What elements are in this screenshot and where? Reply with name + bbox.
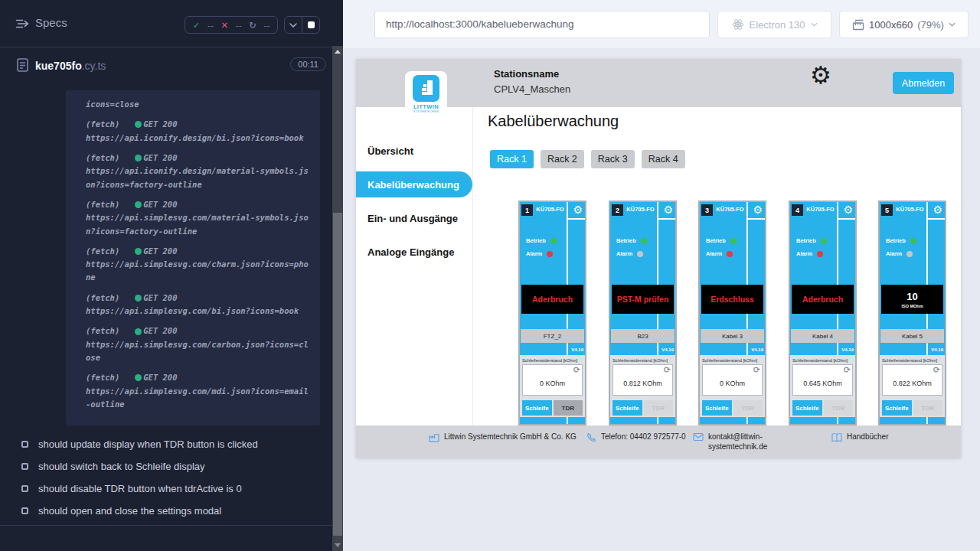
spec-file-row[interactable]: kue705fo.cy.ts 00:11 (0, 55, 343, 83)
log-entry: (fetch) GET 200 https://api.simplesvg.co… (86, 198, 312, 238)
divider (928, 218, 945, 220)
test-stats[interactable]: ✓ -- ✕ -- ↻ -- (185, 16, 278, 34)
divider (0, 525, 332, 526)
card-settings-gear-icon[interactable]: ⚙ (573, 202, 583, 217)
refresh-icon[interactable]: ⟳ (844, 365, 851, 375)
runner-scrollbar[interactable] (332, 46, 343, 551)
alarm-label: Alarm (526, 250, 542, 257)
firmware-version: V4.19 (571, 347, 583, 352)
test-item[interactable]: should switch back to Schleife display (0, 455, 332, 478)
run-controls (284, 16, 320, 34)
footer-email[interactable]: kontakt@littwin-systemtechnik.de (693, 432, 785, 452)
spec-file-icon (17, 58, 28, 75)
card-settings-gear-icon[interactable]: ⚙ (933, 202, 942, 217)
ruler-icon (852, 19, 864, 31)
rack-tab[interactable]: Rack 1 (490, 150, 534, 168)
rack-tab[interactable]: Rack 4 (642, 150, 685, 168)
browser-select[interactable]: Electron 130 (717, 11, 831, 38)
refresh-icon[interactable]: ⟳ (753, 365, 760, 375)
betrieb-label: Betrieb (886, 237, 906, 244)
logout-button[interactable]: Abmelden (893, 72, 954, 94)
display-value: 10 (906, 291, 917, 302)
log-fetch-label: (fetch) (86, 152, 119, 165)
specs-list-toggle-icon[interactable] (15, 18, 31, 32)
failed-x-icon: ✕ (220, 20, 228, 31)
slot-number-badge: 5 (881, 204, 893, 216)
logo-title: LITTWIN (413, 103, 439, 110)
footer-manuals-link[interactable]: Handbücher (831, 432, 888, 442)
card-settings-gear-icon[interactable]: ⚙ (753, 202, 763, 217)
device-card: 5 KÜ705-FO ⚙ Betrieb Alarm 10ISO MOhm Ka… (878, 201, 946, 425)
status-dot-icon (135, 248, 142, 255)
measurement-panel: Schleifenwiderstand [kOhm] ⟳ 0 KOhm Schl… (700, 355, 765, 417)
sidebar-item[interactable]: Analoge Eingänge (356, 235, 472, 269)
betrieb-label: Betrieb (616, 237, 636, 244)
tdr-button[interactable]: TDR (913, 400, 943, 416)
test-item[interactable]: should disable TDR button when tdrActive… (0, 478, 332, 500)
scroll-up-arrow-icon[interactable] (335, 50, 341, 54)
rack-tab[interactable]: Rack 2 (541, 150, 584, 168)
alarm-status: Alarm (616, 250, 643, 257)
tdr-button[interactable]: TDR (554, 400, 583, 416)
log-fetch-label: (fetch) (86, 198, 119, 211)
slot-number-badge: 4 (792, 204, 803, 216)
measurement-box: ⟳ 0.645 KOhm (792, 364, 853, 396)
spec-extension: .cy.ts (82, 60, 106, 72)
schleife-button[interactable]: Schleife (612, 400, 642, 416)
schleife-button[interactable]: Schleife (522, 400, 552, 416)
schleife-button[interactable]: Schleife (882, 400, 912, 416)
device-display: 10ISO MOhm (881, 285, 943, 314)
viewport-zoom: (79%) (917, 19, 944, 31)
alarm-led-icon (547, 251, 553, 257)
betrieb-led-icon (910, 238, 916, 244)
url-input[interactable]: http://localhost:3000/kabelueberwachung (374, 11, 710, 38)
device-display: Aderbruch (792, 285, 854, 314)
alarm-led-icon (637, 251, 643, 257)
schleife-button[interactable]: Schleife (792, 400, 822, 416)
measurement-value: 0.645 KOhm (793, 380, 852, 387)
phone-icon (586, 432, 596, 442)
display-unit: ISO MOhm (901, 304, 923, 308)
scroll-down-arrow-icon[interactable] (335, 543, 341, 547)
viewport-select[interactable]: 1000x660 (79%) (839, 11, 969, 38)
alarm-label: Alarm (796, 250, 812, 257)
footer-manuals-text: Handbücher (847, 432, 888, 442)
sidebar-item[interactable]: Ein- und Ausgänge (356, 201, 472, 235)
measurement-panel: Schleifenwiderstand [kOhm] ⟳ 0 KOhm Schl… (520, 355, 585, 417)
refresh-icon[interactable]: ⟳ (664, 365, 671, 375)
log-continuation: icons=close (86, 98, 312, 111)
footer-company: Littwin Systemtechnik GmbH & Co. KG (429, 432, 582, 442)
refresh-icon[interactable]: ⟳ (573, 365, 580, 375)
rack-tab[interactable]: Rack 3 (591, 150, 635, 168)
alarm-led-icon (906, 251, 913, 257)
betrieb-label: Betrieb (796, 237, 816, 244)
test-title: should switch back to Schleife display (38, 461, 205, 472)
card-settings-gear-icon[interactable]: ⚙ (843, 202, 853, 217)
stop-button[interactable] (302, 17, 319, 33)
display-alarm-text: Aderbruch (532, 295, 573, 304)
sidebar-item[interactable]: Übersicht (356, 134, 472, 168)
alarm-label: Alarm (706, 250, 722, 257)
test-box-icon (21, 485, 28, 492)
settings-gear-icon[interactable]: ⚙ (810, 64, 831, 87)
collapse-chevron-button[interactable] (285, 17, 302, 33)
log-url: https://api.iconify.design/material-symb… (86, 165, 312, 191)
sidebar-item[interactable]: Kabelüberwachung (356, 168, 472, 201)
log-url: https://api.simplesvg.com/carbon.json?ic… (86, 338, 312, 365)
device-card: 1 KÜ705-FO ⚙ Betrieb Alarm Aderbruch FTZ… (518, 201, 586, 425)
betrieb-label: Betrieb (706, 237, 726, 244)
tdr-button[interactable]: TDR (644, 400, 674, 416)
tdr-button[interactable]: TDR (733, 400, 763, 416)
status-dot-icon (135, 201, 142, 208)
card-settings-gear-icon[interactable]: ⚙ (663, 202, 673, 217)
measurement-value: 0 KOhm (523, 380, 582, 387)
test-item[interactable]: should update display when TDR button is… (0, 433, 332, 455)
mode-buttons: Schleife TDR (612, 400, 673, 416)
scrollbar-thumb[interactable] (333, 213, 342, 536)
tdr-button[interactable]: TDR (824, 400, 854, 416)
betrieb-status: Betrieb (706, 237, 737, 244)
divider (658, 218, 675, 220)
schleife-button[interactable]: Schleife (702, 400, 732, 416)
test-item[interactable]: should open and close the settings modal (0, 500, 332, 522)
refresh-icon[interactable]: ⟳ (933, 365, 940, 375)
